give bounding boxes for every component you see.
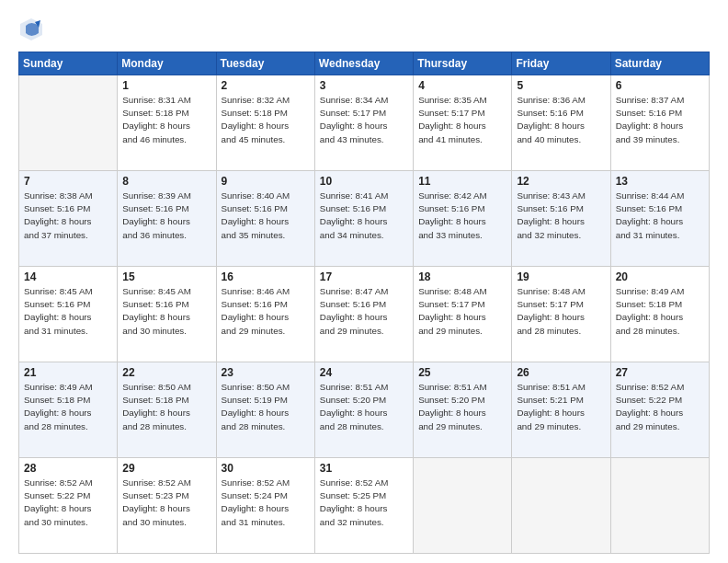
day-number: 21	[24, 366, 112, 379]
calendar-cell	[19, 75, 118, 171]
calendar-cell: 23Sunrise: 8:50 AM Sunset: 5:19 PM Dayli…	[216, 362, 314, 458]
calendar-cell: 26Sunrise: 8:51 AM Sunset: 5:21 PM Dayli…	[512, 362, 610, 458]
calendar-header: SundayMondayTuesdayWednesdayThursdayFrid…	[19, 52, 710, 75]
calendar-cell: 25Sunrise: 8:51 AM Sunset: 5:20 PM Dayli…	[414, 362, 512, 458]
day-number: 20	[616, 270, 704, 283]
calendar-week: 28Sunrise: 8:52 AM Sunset: 5:22 PM Dayli…	[19, 458, 710, 554]
day-info: Sunrise: 8:38 AM Sunset: 5:16 PM Dayligh…	[24, 190, 112, 242]
day-number: 25	[418, 366, 506, 379]
day-number: 7	[24, 175, 112, 188]
day-info: Sunrise: 8:45 AM Sunset: 5:16 PM Dayligh…	[122, 285, 210, 338]
weekday-header: Saturday	[610, 52, 709, 75]
day-number: 19	[517, 270, 605, 283]
day-info: Sunrise: 8:51 AM Sunset: 5:20 PM Dayligh…	[320, 381, 408, 433]
calendar-cell: 12Sunrise: 8:43 AM Sunset: 5:16 PM Dayli…	[512, 171, 610, 267]
day-info: Sunrise: 8:50 AM Sunset: 5:18 PM Dayligh…	[122, 381, 210, 433]
weekday-header: Tuesday	[216, 52, 314, 75]
day-info: Sunrise: 8:46 AM Sunset: 5:16 PM Dayligh…	[222, 285, 310, 338]
day-number: 23	[222, 366, 310, 379]
day-number: 8	[122, 175, 210, 188]
weekday-row: SundayMondayTuesdayWednesdayThursdayFrid…	[19, 52, 710, 75]
weekday-header: Sunday	[19, 52, 118, 75]
day-info: Sunrise: 8:34 AM Sunset: 5:17 PM Dayligh…	[320, 94, 408, 146]
day-info: Sunrise: 8:41 AM Sunset: 5:16 PM Dayligh…	[320, 190, 408, 242]
day-number: 2	[222, 79, 310, 92]
weekday-header: Monday	[118, 52, 216, 75]
calendar-cell: 7Sunrise: 8:38 AM Sunset: 5:16 PM Daylig…	[19, 171, 118, 267]
calendar-cell: 22Sunrise: 8:50 AM Sunset: 5:18 PM Dayli…	[118, 362, 216, 458]
day-number: 4	[418, 79, 506, 92]
day-info: Sunrise: 8:37 AM Sunset: 5:16 PM Dayligh…	[616, 94, 704, 146]
day-number: 10	[320, 175, 408, 188]
day-number: 16	[222, 270, 310, 283]
calendar-cell: 9Sunrise: 8:40 AM Sunset: 5:16 PM Daylig…	[216, 171, 314, 267]
calendar-cell: 27Sunrise: 8:52 AM Sunset: 5:22 PM Dayli…	[610, 362, 709, 458]
day-info: Sunrise: 8:50 AM Sunset: 5:19 PM Dayligh…	[222, 381, 310, 433]
calendar-cell: 31Sunrise: 8:52 AM Sunset: 5:25 PM Dayli…	[314, 458, 413, 554]
calendar-cell: 14Sunrise: 8:45 AM Sunset: 5:16 PM Dayli…	[19, 267, 118, 362]
calendar-week: 21Sunrise: 8:49 AM Sunset: 5:18 PM Dayli…	[19, 362, 710, 458]
calendar-cell: 10Sunrise: 8:41 AM Sunset: 5:16 PM Dayli…	[314, 171, 413, 267]
day-info: Sunrise: 8:32 AM Sunset: 5:18 PM Dayligh…	[222, 94, 310, 146]
day-number: 26	[517, 366, 605, 379]
calendar-week: 1Sunrise: 8:31 AM Sunset: 5:18 PM Daylig…	[19, 75, 710, 171]
day-info: Sunrise: 8:52 AM Sunset: 5:23 PM Dayligh…	[122, 477, 210, 529]
calendar-cell: 19Sunrise: 8:48 AM Sunset: 5:17 PM Dayli…	[512, 267, 610, 362]
calendar-cell: 13Sunrise: 8:44 AM Sunset: 5:16 PM Dayli…	[610, 171, 709, 267]
calendar-cell: 8Sunrise: 8:39 AM Sunset: 5:16 PM Daylig…	[118, 171, 216, 267]
calendar-week: 7Sunrise: 8:38 AM Sunset: 5:16 PM Daylig…	[19, 171, 710, 267]
calendar: SundayMondayTuesdayWednesdayThursdayFrid…	[18, 52, 710, 554]
day-info: Sunrise: 8:44 AM Sunset: 5:16 PM Dayligh…	[616, 190, 704, 242]
calendar-cell: 3Sunrise: 8:34 AM Sunset: 5:17 PM Daylig…	[314, 75, 413, 171]
day-number: 31	[320, 462, 408, 475]
day-info: Sunrise: 8:51 AM Sunset: 5:21 PM Dayligh…	[517, 381, 605, 433]
calendar-cell: 5Sunrise: 8:36 AM Sunset: 5:16 PM Daylig…	[512, 75, 610, 171]
day-info: Sunrise: 8:48 AM Sunset: 5:17 PM Dayligh…	[517, 285, 605, 338]
header	[18, 17, 710, 42]
weekday-header: Wednesday	[314, 52, 413, 75]
day-number: 12	[517, 175, 605, 188]
calendar-cell: 2Sunrise: 8:32 AM Sunset: 5:18 PM Daylig…	[216, 75, 314, 171]
day-number: 13	[616, 175, 704, 188]
weekday-header: Friday	[512, 52, 610, 75]
calendar-cell: 21Sunrise: 8:49 AM Sunset: 5:18 PM Dayli…	[19, 362, 118, 458]
day-info: Sunrise: 8:39 AM Sunset: 5:16 PM Dayligh…	[122, 190, 210, 242]
calendar-cell: 11Sunrise: 8:42 AM Sunset: 5:16 PM Dayli…	[414, 171, 512, 267]
calendar-cell: 29Sunrise: 8:52 AM Sunset: 5:23 PM Dayli…	[118, 458, 216, 554]
day-info: Sunrise: 8:48 AM Sunset: 5:17 PM Dayligh…	[418, 285, 506, 338]
day-info: Sunrise: 8:52 AM Sunset: 5:24 PM Dayligh…	[222, 477, 310, 529]
calendar-cell: 1Sunrise: 8:31 AM Sunset: 5:18 PM Daylig…	[118, 75, 216, 171]
day-info: Sunrise: 8:40 AM Sunset: 5:16 PM Dayligh…	[222, 190, 310, 242]
day-number: 3	[320, 79, 408, 92]
day-number: 18	[418, 270, 506, 283]
day-number: 24	[320, 366, 408, 379]
calendar-cell: 4Sunrise: 8:35 AM Sunset: 5:17 PM Daylig…	[414, 75, 512, 171]
day-number: 29	[122, 462, 210, 475]
day-info: Sunrise: 8:52 AM Sunset: 5:22 PM Dayligh…	[616, 381, 704, 433]
calendar-week: 14Sunrise: 8:45 AM Sunset: 5:16 PM Dayli…	[19, 267, 710, 362]
page: SundayMondayTuesdayWednesdayThursdayFrid…	[0, 0, 728, 563]
day-info: Sunrise: 8:49 AM Sunset: 5:18 PM Dayligh…	[24, 381, 112, 433]
calendar-cell	[414, 458, 512, 554]
calendar-cell: 6Sunrise: 8:37 AM Sunset: 5:16 PM Daylig…	[610, 75, 709, 171]
day-number: 15	[122, 270, 210, 283]
day-info: Sunrise: 8:43 AM Sunset: 5:16 PM Dayligh…	[517, 190, 605, 242]
day-info: Sunrise: 8:45 AM Sunset: 5:16 PM Dayligh…	[24, 285, 112, 338]
day-info: Sunrise: 8:52 AM Sunset: 5:25 PM Dayligh…	[320, 477, 408, 529]
calendar-cell	[512, 458, 610, 554]
day-number: 22	[122, 366, 210, 379]
calendar-cell: 15Sunrise: 8:45 AM Sunset: 5:16 PM Dayli…	[118, 267, 216, 362]
calendar-cell: 17Sunrise: 8:47 AM Sunset: 5:16 PM Dayli…	[314, 267, 413, 362]
day-number: 1	[122, 79, 210, 92]
calendar-cell: 18Sunrise: 8:48 AM Sunset: 5:17 PM Dayli…	[414, 267, 512, 362]
calendar-cell: 28Sunrise: 8:52 AM Sunset: 5:22 PM Dayli…	[19, 458, 118, 554]
calendar-cell	[610, 458, 709, 554]
day-info: Sunrise: 8:47 AM Sunset: 5:16 PM Dayligh…	[320, 285, 408, 338]
calendar-body: 1Sunrise: 8:31 AM Sunset: 5:18 PM Daylig…	[19, 75, 710, 554]
day-info: Sunrise: 8:42 AM Sunset: 5:16 PM Dayligh…	[418, 190, 506, 242]
day-info: Sunrise: 8:36 AM Sunset: 5:16 PM Dayligh…	[517, 94, 605, 146]
day-info: Sunrise: 8:35 AM Sunset: 5:17 PM Dayligh…	[418, 94, 506, 146]
calendar-cell: 20Sunrise: 8:49 AM Sunset: 5:18 PM Dayli…	[610, 267, 709, 362]
day-info: Sunrise: 8:49 AM Sunset: 5:18 PM Dayligh…	[616, 285, 704, 338]
day-number: 5	[517, 79, 605, 92]
